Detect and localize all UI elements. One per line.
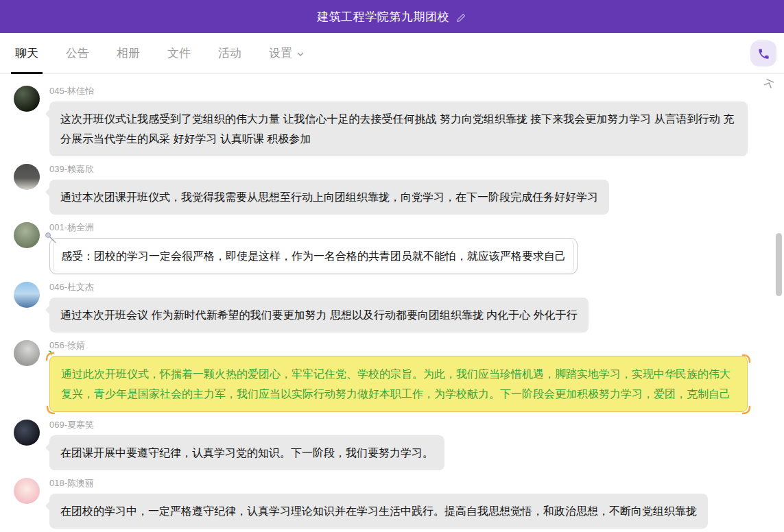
sender-name: 046-杜文杰 [49, 281, 589, 293]
message-bubble[interactable]: 在团校的学习中，一定严格遵守纪律，认真学习理论知识并在学习生活中践行。提高自我思… [49, 494, 708, 529]
tab-files[interactable]: 文件 [163, 33, 195, 73]
sender-name: 069-夏寒笑 [49, 419, 444, 431]
group-tabbar: 聊天 公告 相册 文件 活动 设置 [0, 33, 784, 74]
tab-announcement[interactable]: 公告 [62, 33, 93, 73]
sender-name: 039-赖嘉欣 [49, 163, 609, 176]
voice-call-button[interactable] [750, 40, 776, 66]
message-text: 感受：团校的学习一定会很严格，即使是这样，作为一名合格的共青团员就不能怕，就应该… [61, 250, 566, 262]
edit-title-icon[interactable] [455, 12, 467, 23]
avatar[interactable] [14, 282, 40, 308]
scrollbar[interactable] [776, 233, 782, 296]
message-bubble[interactable]: 通过本次团课开班仪式，我觉得我需要从思想至行动上向团组织靠拢，向党学习，在下一阶… [49, 180, 609, 215]
chat-message: 069-夏寒笑 在团课开展中要遵守纪律，认真学习党的知识。下一阶段，我们要努力学… [0, 413, 784, 472]
corner-curl-icon [45, 352, 55, 361]
tab-settings[interactable]: 设置 [265, 33, 309, 73]
avatar[interactable] [14, 340, 40, 366]
tab-activity[interactable]: 活动 [214, 33, 246, 73]
avatar[interactable] [14, 420, 40, 446]
avatar[interactable] [14, 222, 40, 248]
scroll-to-top-icon[interactable] [763, 77, 775, 90]
avatar[interactable] [14, 478, 40, 504]
chat-message: 001-杨全洲 感受：团校的学习一定会很严格，即使是这样，作为一名合格的共青团员… [0, 216, 784, 276]
pin-icon [44, 231, 58, 245]
chat-message: 046-杜文杰 通过本次开班会议 作为新时代新希望的我们要更加努力 思想以及行动… [0, 276, 784, 334]
chat-message: 056-徐婧 通过此次开班仪式，怀揣着一颗火热的爱团心，牢牢记住党、学校的宗旨。… [0, 334, 784, 413]
phone-icon [757, 47, 770, 60]
message-bubble[interactable]: 通过本次开班会议 作为新时代新希望的我们要更加努力 思想以及行动都要向团组织靠拢… [49, 298, 589, 332]
sender-name: 001-杨全洲 [49, 221, 578, 234]
avatar[interactable] [14, 86, 40, 112]
sender-name: 045-林佳怡 [49, 85, 748, 97]
chat-message: 045-林佳怡 这次开班仪式让我感受到了党组织的伟大力量 让我信心十足的去接受任… [0, 80, 784, 158]
tab-settings-label: 设置 [269, 45, 292, 61]
chevron-down-icon [296, 50, 305, 58]
message-text: 通过此次开班仪式，怀揣着一颗火热的爱团心，牢牢记住党、学校的宗旨。为此，我们应当… [61, 368, 730, 400]
chat-message: 039-赖嘉欣 通过本次团课开班仪式，我觉得我需要从思想至行动上向团组织靠拢，向… [0, 158, 784, 216]
chat-message-list: 045-林佳怡 这次开班仪式让我感受到了党组织的伟大力量 让我信心十足的去接受任… [0, 74, 784, 532]
tab-album[interactable]: 相册 [112, 33, 144, 73]
avatar[interactable] [14, 164, 40, 190]
message-bubble-highlighted[interactable]: 通过此次开班仪式，怀揣着一颗火热的爱团心，牢牢记住党、学校的宗旨。为此，我们应当… [49, 356, 748, 412]
message-bubble[interactable]: 这次开班仪式让我感受到了党组织的伟大力量 让我信心十足的去接受任何挑战 努力向党… [49, 101, 748, 156]
group-header: 建筑工程学院第九期团校 [0, 0, 784, 33]
message-bubble-pinned-note[interactable]: 感受：团校的学习一定会很严格，即使是这样，作为一名合格的共青团员就不能怕，就应该… [49, 238, 578, 274]
group-title: 建筑工程学院第九期团校 [317, 9, 449, 25]
sender-name: 018-陈澳丽 [49, 477, 708, 489]
sender-name: 056-徐婧 [49, 339, 748, 352]
message-bubble[interactable]: 在团课开展中要遵守纪律，认真学习党的知识。下一阶段，我们要努力学习。 [49, 435, 444, 470]
chat-message: 018-陈澳丽 在团校的学习中，一定严格遵守纪律，认真学习理论知识并在学习生活中… [0, 472, 784, 530]
corner-curl-icon [741, 354, 751, 363]
tab-chat[interactable]: 聊天 [11, 33, 43, 73]
